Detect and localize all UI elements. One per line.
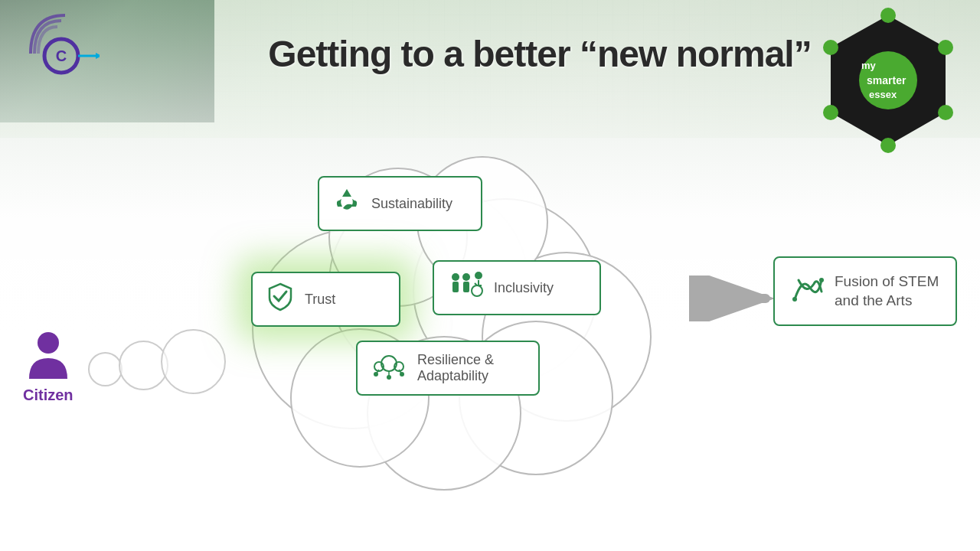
svg-point-27 bbox=[462, 273, 470, 281]
sustainability-card: Sustainability bbox=[318, 176, 482, 231]
svg-point-43 bbox=[792, 297, 797, 302]
citizen-icon bbox=[25, 329, 71, 383]
main-content: C Getting to a better “new normal” bbox=[0, 0, 980, 551]
svg-point-25 bbox=[452, 273, 459, 281]
resilience-card: Resilience & Adaptability bbox=[356, 341, 540, 396]
svg-point-6 bbox=[938, 40, 953, 55]
svg-text:smarter: smarter bbox=[867, 74, 906, 86]
arrow-container bbox=[689, 276, 773, 321]
fusion-icon bbox=[787, 269, 825, 314]
resilience-icon bbox=[370, 350, 408, 386]
trust-card: Trust bbox=[251, 272, 400, 327]
svg-point-15 bbox=[38, 332, 59, 354]
bubble-small-1 bbox=[88, 352, 122, 386]
svg-point-9 bbox=[823, 105, 838, 120]
inclusivity-icon bbox=[446, 269, 485, 306]
svg-point-44 bbox=[819, 278, 824, 282]
svg-point-5 bbox=[880, 8, 896, 23]
svg-rect-28 bbox=[463, 282, 469, 292]
resilience-label: Resilience & Adaptability bbox=[417, 352, 494, 384]
fusion-label: Fusion of STEM and the Arts bbox=[835, 272, 943, 310]
citizen-container: Citizen bbox=[23, 329, 74, 404]
sustainability-icon bbox=[332, 185, 362, 222]
svg-text:essex: essex bbox=[869, 89, 897, 100]
svg-point-30 bbox=[472, 285, 482, 296]
svg-point-29 bbox=[475, 272, 482, 279]
fusion-card: Fusion of STEM and the Arts bbox=[773, 256, 957, 326]
sustainability-label: Sustainability bbox=[371, 196, 452, 212]
svg-rect-26 bbox=[452, 282, 459, 292]
svg-point-10 bbox=[823, 40, 838, 55]
inclusivity-card: Inclusivity bbox=[433, 260, 601, 315]
svg-point-8 bbox=[880, 138, 896, 153]
trust-icon bbox=[265, 281, 296, 318]
inclusivity-label: Inclusivity bbox=[494, 280, 554, 296]
svg-text:my: my bbox=[861, 60, 877, 71]
connected-essex-logo: C bbox=[15, 11, 100, 96]
trust-label: Trust bbox=[305, 292, 335, 308]
citizen-label: Citizen bbox=[23, 386, 74, 404]
svg-text:C: C bbox=[56, 47, 67, 64]
svg-point-7 bbox=[938, 105, 953, 120]
arrow-svg bbox=[689, 276, 773, 321]
smarter-essex-logo: my smarter essex bbox=[812, 8, 965, 161]
header: C Getting to a better “new normal” bbox=[0, 0, 980, 107]
